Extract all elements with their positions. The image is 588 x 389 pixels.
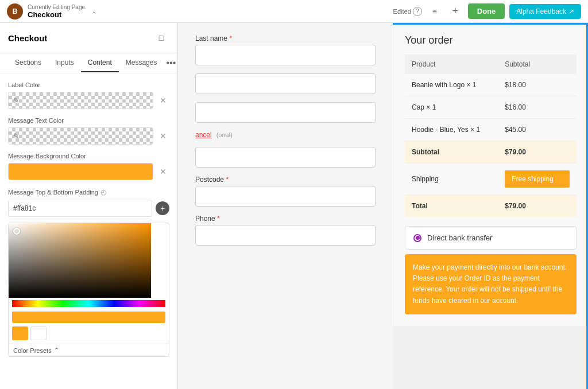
color-picker-bottom: [9, 309, 169, 326]
item-name-3: Hoodie - Blue, Yes × 1: [405, 119, 498, 141]
tabs: Sections Inputs Content Messages •••: [0, 53, 177, 73]
form-row-input2: [195, 147, 376, 168]
orange-swatch-btn[interactable]: [12, 326, 28, 340]
total-row: Total $79.00: [405, 195, 577, 217]
pencil-icon: ✎: [13, 96, 19, 104]
order-table: Product Subtotal Beanie with Logo × 1 $1…: [405, 55, 577, 217]
add-padding-button[interactable]: +: [156, 201, 169, 215]
phone-input[interactable]: [195, 225, 376, 246]
radio-button[interactable]: [413, 234, 421, 242]
message-text-color-label: Message Text Color: [8, 117, 169, 124]
color-picker[interactable]: Color Presets ⌃: [8, 223, 169, 357]
color-bottom-controls: [9, 326, 169, 344]
table-row: Beanie with Logo × 1 $18.00: [405, 74, 577, 96]
last-name-input[interactable]: [195, 45, 376, 65]
postcode-field: Postcode *: [195, 176, 376, 207]
picker-handle[interactable]: [13, 228, 20, 235]
payment-label: Direct bank transfer: [427, 234, 492, 242]
hue-slider[interactable]: [12, 300, 165, 307]
tab-content[interactable]: Content: [81, 54, 119, 72]
white-swatch-btn[interactable]: [30, 326, 47, 340]
padding-input[interactable]: [8, 200, 152, 217]
topbar-left: B Currently Editing Page Checkout ⌄: [7, 3, 389, 20]
color-swatch: [12, 312, 165, 323]
tab-inputs[interactable]: Inputs: [48, 54, 81, 72]
message-text-color-preview[interactable]: ✎: [8, 127, 153, 145]
form-row-postcode: Postcode *: [195, 176, 376, 207]
panel-title: Checkout: [8, 33, 47, 43]
cancel-link[interactable]: ancel: [195, 131, 212, 139]
country-select[interactable]: [195, 102, 376, 123]
field-2: [195, 147, 376, 168]
message-bg-color-group: Message Background Color ✕: [8, 153, 169, 180]
item-price-3: $45.00: [498, 119, 577, 141]
external-link-icon: ↗: [568, 7, 574, 15]
message-text-color-clear[interactable]: ✕: [157, 130, 169, 142]
chevron-down-icon[interactable]: ⌄: [92, 8, 96, 14]
left-panel: Checkout □ Sections Inputs Content Messa…: [0, 23, 178, 389]
phone-field: Phone *: [195, 215, 376, 246]
message-bg-color-row: ✕: [8, 163, 169, 180]
last-name-field: Last name *: [195, 34, 376, 65]
payment-option[interactable]: Direct bank transfer: [405, 226, 577, 250]
label-color-preview[interactable]: ✎: [8, 92, 153, 109]
label-color-group: Label Color ✎ ✕: [8, 81, 169, 109]
more-options[interactable]: •••: [164, 53, 178, 73]
form-row-phone: Phone *: [195, 215, 376, 246]
order-title: Your order: [405, 34, 577, 46]
avatar: B: [7, 3, 23, 20]
field-2-input[interactable]: [195, 147, 376, 168]
tab-sections[interactable]: Sections: [8, 54, 48, 72]
editing-page: Checkout: [28, 10, 85, 19]
main-layout: Checkout □ Sections Inputs Content Messa…: [0, 23, 588, 389]
padding-group: Message Top & Bottom Padding ◴ +: [8, 188, 169, 357]
padding-info-icon[interactable]: ◴: [100, 188, 106, 196]
blue-border-top: [393, 23, 588, 25]
payment-description: Make your payment directly into our bank…: [405, 254, 577, 314]
shipping-value: Free shipping: [498, 164, 577, 195]
total-value: $79.00: [498, 195, 577, 217]
label-color-label: Label Color: [8, 81, 169, 88]
form-row-select: [195, 102, 376, 123]
col-product: Product: [405, 55, 498, 74]
item-name-1: Beanie with Logo × 1: [405, 74, 498, 96]
total-label: Total: [405, 195, 498, 217]
tab-messages[interactable]: Messages: [119, 54, 164, 72]
col-subtotal: Subtotal: [498, 55, 577, 74]
extra-input[interactable]: [195, 73, 376, 94]
hex-input-field[interactable]: [13, 204, 147, 212]
table-row: Cap × 1 $16.00: [405, 96, 577, 119]
phone-label: Phone *: [195, 215, 376, 223]
add-button[interactable]: +: [447, 3, 463, 20]
help-icon[interactable]: ?: [413, 7, 422, 16]
padding-label: Message Top & Bottom Padding: [8, 189, 98, 196]
editing-label: Currently Editing Page: [28, 4, 85, 10]
gradient-dark: [9, 223, 151, 298]
radio-inner: [416, 236, 420, 240]
list-icon-button[interactable]: ≡: [427, 3, 443, 20]
form-row-lastname: Last name *: [195, 34, 376, 65]
panel-header: Checkout □: [0, 23, 177, 53]
message-text-color-group: Message Text Color ✎ ✕: [8, 117, 169, 145]
color-presets-header[interactable]: Color Presets ⌃: [9, 344, 169, 356]
message-bg-color-preview[interactable]: [8, 163, 153, 180]
extra-field: [195, 73, 376, 94]
postcode-input[interactable]: [195, 186, 376, 207]
shipping-label: Shipping: [405, 164, 498, 195]
shipping-badge: Free shipping: [505, 170, 570, 188]
pencil-icon-2: ✎: [13, 132, 19, 140]
form-row-extra: [195, 73, 376, 94]
subtotal-value: $79.00: [498, 141, 577, 164]
done-button[interactable]: Done: [468, 3, 505, 19]
color-gradient[interactable]: [9, 223, 151, 298]
alpha-feedback-button[interactable]: Alpha Feedback ↗: [509, 4, 581, 19]
maximize-button[interactable]: □: [153, 30, 169, 46]
edited-badge: Edited ?: [393, 7, 422, 16]
middle-form-area: Last name * ancel (onal): [178, 23, 393, 389]
message-text-color-row: ✎ ✕: [8, 127, 169, 145]
topbar-right: Edited ? ≡ + Done Alpha Feedback ↗: [393, 3, 581, 20]
label-color-clear[interactable]: ✕: [157, 94, 169, 107]
padding-row: +: [8, 200, 169, 217]
message-bg-color-clear[interactable]: ✕: [157, 165, 169, 178]
optional-text: (onal): [216, 131, 233, 138]
